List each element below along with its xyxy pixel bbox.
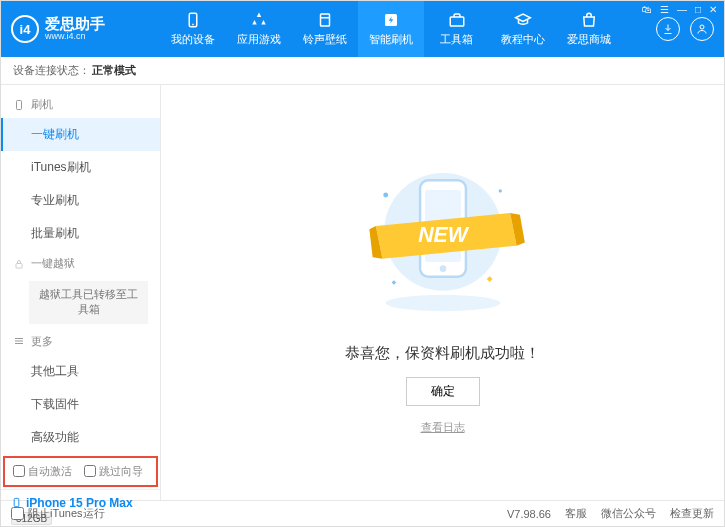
sidebar-item-advanced[interactable]: 高级功能 <box>1 421 160 454</box>
version-label: V7.98.66 <box>507 508 551 520</box>
close-button[interactable]: ✕ <box>709 4 717 15</box>
sidebar-group-jailbreak: 一键越狱 <box>1 250 160 277</box>
nav-label: 我的设备 <box>171 32 215 47</box>
menu-icon[interactable]: ☰ <box>660 4 669 15</box>
sidebar-group-label: 更多 <box>31 334 53 349</box>
maximize-button[interactable]: □ <box>695 4 701 15</box>
sidebar-group-flash: 刷机 <box>1 91 160 118</box>
checkbox-label: 阻止iTunes运行 <box>28 506 105 521</box>
main-content: NEW 恭喜您，保资料刷机成功啦！ 确定 查看日志 <box>161 85 724 500</box>
status-bar: 设备连接状态： 正常模式 <box>1 57 724 85</box>
nav-store[interactable]: 爱思商城 <box>556 1 622 57</box>
wechat-link[interactable]: 微信公众号 <box>601 506 656 521</box>
jailbreak-note: 越狱工具已转移至工具箱 <box>29 281 148 324</box>
sidebar-group-label: 刷机 <box>31 97 53 112</box>
lock-icon <box>13 258 25 270</box>
nav-label: 爱思商城 <box>567 32 611 47</box>
svg-rect-24 <box>391 280 396 285</box>
status-label: 设备连接状态： <box>13 63 90 78</box>
sidebar: 刷机 一键刷机 iTunes刷机 专业刷机 批量刷机 一键越狱 越狱工具已转移至… <box>1 85 161 500</box>
check-update-link[interactable]: 检查更新 <box>670 506 714 521</box>
logo: i4 爱思助手 www.i4.cn <box>11 15 125 43</box>
nav-label: 应用游戏 <box>237 32 281 47</box>
nav-label: 工具箱 <box>440 32 473 47</box>
checkbox-label: 跳过向导 <box>99 464 143 479</box>
menu-icon <box>13 335 25 347</box>
nav-label: 教程中心 <box>501 32 545 47</box>
nav-tutorial[interactable]: 教程中心 <box>490 1 556 57</box>
block-itunes-checkbox[interactable]: 阻止iTunes运行 <box>11 506 105 521</box>
phone-icon <box>13 99 25 111</box>
svg-rect-2 <box>320 14 329 26</box>
app-url: www.i4.cn <box>45 32 105 42</box>
customer-service-link[interactable]: 客服 <box>565 506 587 521</box>
ringtone-icon <box>316 11 334 29</box>
svg-rect-23 <box>486 276 492 282</box>
shopping-icon[interactable]: 🛍 <box>642 4 652 15</box>
apps-icon <box>250 11 268 29</box>
success-illustration: NEW <box>353 150 533 330</box>
tutorial-icon <box>514 11 532 29</box>
sidebar-group-more: 更多 <box>1 328 160 355</box>
success-message: 恭喜您，保资料刷机成功啦！ <box>345 344 540 363</box>
nav-label: 铃声壁纸 <box>303 32 347 47</box>
sidebar-item-itunes-flash[interactable]: iTunes刷机 <box>1 151 160 184</box>
auto-activate-checkbox[interactable]: 自动激活 <box>13 464 72 479</box>
svg-rect-8 <box>16 263 22 268</box>
app-title: 爱思助手 <box>45 16 105 33</box>
header: i4 爱思助手 www.i4.cn 我的设备 应用游戏 铃声壁纸 智能刷机 工具… <box>1 1 724 57</box>
minimize-button[interactable]: — <box>677 4 687 15</box>
checkbox-label: 自动激活 <box>28 464 72 479</box>
nav-ringtone[interactable]: 铃声壁纸 <box>292 1 358 57</box>
nav-my-device[interactable]: 我的设备 <box>160 1 226 57</box>
svg-rect-5 <box>450 17 464 26</box>
options-highlight-box: 自动激活 跳过向导 <box>3 456 158 487</box>
flash-icon <box>382 11 400 29</box>
svg-point-13 <box>385 295 500 311</box>
svg-point-21 <box>383 193 388 198</box>
svg-point-6 <box>700 25 704 29</box>
sidebar-item-download-firmware[interactable]: 下载固件 <box>1 388 160 421</box>
sidebar-item-batch-flash[interactable]: 批量刷机 <box>1 217 160 250</box>
nav-flash[interactable]: 智能刷机 <box>358 1 424 57</box>
view-log-link[interactable]: 查看日志 <box>421 420 465 435</box>
main-nav: 我的设备 应用游戏 铃声壁纸 智能刷机 工具箱 教程中心 爱思商城 <box>125 1 656 57</box>
ok-button[interactable]: 确定 <box>406 377 480 406</box>
svg-point-22 <box>498 189 501 192</box>
store-icon <box>580 11 598 29</box>
download-button[interactable] <box>656 17 680 41</box>
new-badge-text: NEW <box>418 223 470 247</box>
logo-icon: i4 <box>11 15 39 43</box>
sidebar-group-label: 一键越狱 <box>31 256 75 271</box>
nav-label: 智能刷机 <box>369 32 413 47</box>
nav-toolbox[interactable]: 工具箱 <box>424 1 490 57</box>
svg-point-17 <box>439 265 446 272</box>
user-button[interactable] <box>690 17 714 41</box>
sidebar-item-pro-flash[interactable]: 专业刷机 <box>1 184 160 217</box>
toolbox-icon <box>448 11 466 29</box>
skip-guide-checkbox[interactable]: 跳过向导 <box>84 464 143 479</box>
sidebar-item-other-tools[interactable]: 其他工具 <box>1 355 160 388</box>
sidebar-item-onekey-flash[interactable]: 一键刷机 <box>1 118 160 151</box>
status-value: 正常模式 <box>92 63 136 78</box>
nav-apps[interactable]: 应用游戏 <box>226 1 292 57</box>
device-icon <box>184 11 202 29</box>
svg-rect-7 <box>17 100 22 109</box>
